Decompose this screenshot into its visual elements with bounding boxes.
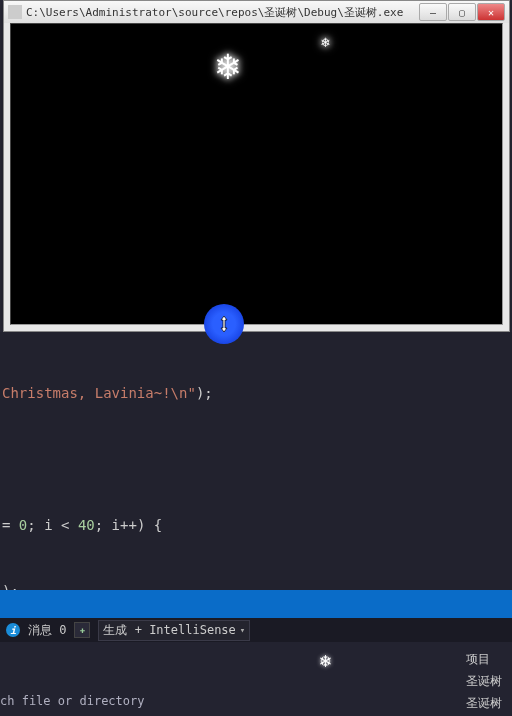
list-item[interactable]: 圣诞树 <box>466 692 502 714</box>
maximize-button[interactable]: ▢ <box>448 3 476 21</box>
snowflake-icon: ❄ <box>216 44 239 88</box>
snowflake-icon: ❄ <box>321 34 329 50</box>
console-window: C:\Users\Administrator\source\repos\圣诞树\… <box>3 0 510 332</box>
code-line: Christmas, Lavinia~!\n"); <box>0 382 512 404</box>
filter-icon[interactable]: ✚ <box>74 622 90 638</box>
chevron-down-icon: ▾ <box>240 625 245 635</box>
error-text: ch file or directory <box>0 694 145 708</box>
list-item[interactable]: 圣诞树 <box>466 670 502 692</box>
snowflake-icon: ❄ <box>320 650 331 671</box>
window-buttons: — ▢ ✕ <box>419 3 505 21</box>
side-column: 项目 圣诞树 圣诞树 <box>466 648 502 714</box>
close-button[interactable]: ✕ <box>477 3 505 21</box>
messages-count[interactable]: 消息 0 <box>28 622 66 639</box>
code-editor[interactable]: Christmas, Lavinia~!\n"); = 0; i < 40; i… <box>0 332 512 590</box>
status-strip <box>0 590 512 618</box>
resize-cursor-icon[interactable] <box>204 304 244 344</box>
column-header-project[interactable]: 项目 <box>466 648 502 670</box>
code-line: = 0; i < 40; i++) { <box>0 514 512 536</box>
app-canvas[interactable]: ❄ ❄ <box>10 23 503 325</box>
titlebar[interactable]: C:\Users\Administrator\source\repos\圣诞树\… <box>4 1 509 23</box>
code-line <box>0 448 512 470</box>
info-icon: i <box>6 623 20 637</box>
minimize-button[interactable]: — <box>419 3 447 21</box>
dropdown-label: 生成 + IntelliSense <box>103 622 235 639</box>
build-filter-dropdown[interactable]: 生成 + IntelliSense ▾ <box>98 620 250 641</box>
app-icon <box>8 5 22 19</box>
code-line: ); <box>0 580 512 590</box>
output-toolbar: i 消息 0 ✚ 生成 + IntelliSense ▾ <box>0 618 512 642</box>
output-panel: ❄ 项目 圣诞树 圣诞树 ch file or directory <box>0 642 512 716</box>
window-title: C:\Users\Administrator\source\repos\圣诞树\… <box>26 5 419 20</box>
